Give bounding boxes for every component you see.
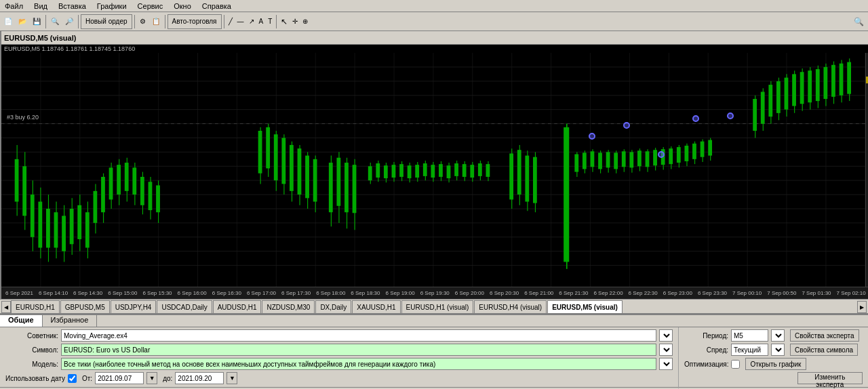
- properties-symbol-btn[interactable]: Свойства символа: [790, 344, 858, 356]
- svg-rect-71: [140, 177, 144, 205]
- arrow-btn[interactable]: ↗: [247, 14, 256, 29]
- from-date-picker[interactable]: ▼: [146, 372, 157, 384]
- tab-eurusd-h1[interactable]: EURUSD,H1: [11, 300, 60, 313]
- compile-btn[interactable]: ⚙: [137, 14, 149, 29]
- line-btn[interactable]: ╱: [226, 14, 235, 29]
- period-input[interactable]: [731, 329, 768, 342]
- spread-dropdown[interactable]: ▼: [771, 344, 785, 356]
- zoom-out-btn[interactable]: 🔎: [62, 14, 76, 29]
- svg-rect-103: [376, 163, 380, 178]
- tab-xauusd-h1[interactable]: XAUUSD,H1: [352, 300, 400, 313]
- svg-rect-59: [93, 191, 97, 223]
- expert-btn[interactable]: 📋: [149, 14, 163, 29]
- new-chart-btn[interactable]: 📄: [1, 14, 15, 29]
- hline-btn[interactable]: —: [235, 14, 246, 29]
- tab-scroll-left[interactable]: ◀: [1, 301, 11, 313]
- tab-usdjpy-h4[interactable]: USDJPY,H4: [111, 300, 157, 313]
- tab-nzdusd-m30[interactable]: NZDUSD,M30: [262, 300, 315, 313]
- bottom-tab-common[interactable]: Общие: [0, 315, 43, 327]
- period-dropdown[interactable]: ▼: [771, 329, 785, 342]
- buy-marker-label: #3 buy 6.20: [7, 114, 39, 121]
- svg-rect-49: [54, 212, 58, 247]
- sovetnik-input[interactable]: [61, 329, 656, 342]
- open-btn[interactable]: 📂: [16, 14, 29, 29]
- bottom-panel: Общие Избранное Советник: ▼ Символ: ▼ Мо…: [0, 314, 868, 387]
- tab-scroll-right[interactable]: ▶: [857, 301, 867, 313]
- to-date-picker[interactable]: ▼: [226, 372, 237, 384]
- tab-usdcad-daily[interactable]: USDCAD,Daily: [157, 300, 212, 313]
- open-chart-btn[interactable]: Открыть график: [745, 358, 806, 370]
- auto-trade-btn[interactable]: Авто-торговля: [167, 14, 222, 29]
- svg-rect-99: [353, 165, 357, 213]
- menu-view[interactable]: Вид: [32, 1, 50, 11]
- to-label: до:: [163, 375, 172, 382]
- simvol-input[interactable]: [61, 344, 656, 356]
- svg-rect-127: [470, 165, 474, 178]
- simvol-label: Символ:: [5, 346, 58, 354]
- svg-rect-155: [622, 151, 626, 167]
- svg-rect-167: [669, 148, 673, 164]
- bottom-tab-favorites[interactable]: Избранное: [43, 315, 98, 327]
- tab-eurusd-h4-visual[interactable]: EURUSD,H4 (visual): [474, 300, 547, 313]
- model-dropdown[interactable]: ▼: [659, 358, 673, 370]
- svg-rect-137: [525, 156, 529, 202]
- optim-checkbox[interactable]: [731, 360, 740, 369]
- sovetnik-label: Советник:: [5, 332, 58, 340]
- chart-title-text: EURUSD,M5 (visual): [4, 34, 868, 42]
- svg-rect-203: [847, 62, 851, 94]
- from-date-input[interactable]: [95, 372, 144, 384]
- simvol-dropdown[interactable]: ▼: [659, 344, 673, 356]
- chart-titlebar: EURUSD,M5 (visual) _ □ ✕: [1, 31, 868, 45]
- svg-rect-109: [399, 164, 403, 177]
- tab-dx-daily[interactable]: DX,Daily: [315, 300, 351, 313]
- menu-help[interactable]: Справка: [200, 1, 233, 11]
- svg-rect-161: [646, 151, 650, 167]
- tab-eurusd-h1-visual[interactable]: EURUSD,H1 (visual): [401, 300, 474, 313]
- menu-file[interactable]: Файл: [3, 1, 25, 11]
- svg-rect-193: [808, 70, 812, 102]
- crosshair-btn[interactable]: ✛: [290, 14, 300, 29]
- tab-audusd-h1[interactable]: AUDUSD,H1: [213, 300, 262, 313]
- svg-rect-141: [564, 127, 569, 262]
- svg-rect-135: [517, 150, 521, 194]
- menu-window[interactable]: Окно: [172, 1, 193, 11]
- tab-gbpusd-m5[interactable]: GBPUSD,M5: [60, 300, 110, 313]
- form-section: Советник: ▼ Символ: ▼ Модель: ▼ Использо…: [0, 327, 678, 388]
- text-btn[interactable]: A: [257, 14, 266, 29]
- menu-insert[interactable]: Вставка: [56, 1, 88, 11]
- svg-rect-55: [77, 205, 81, 239]
- svg-rect-147: [591, 151, 595, 167]
- cursor-btn[interactable]: ↖: [279, 14, 290, 29]
- new-order-btn[interactable]: Новый ордер: [81, 14, 132, 29]
- right-section: Период: ▼ Свойства эксперта Спред: ▼ Сво…: [678, 327, 868, 388]
- svg-rect-143: [574, 155, 578, 172]
- use-date-checkbox[interactable]: [68, 374, 77, 383]
- model-input[interactable]: [61, 358, 656, 370]
- svg-rect-91: [313, 159, 317, 202]
- change-expert-btn[interactable]: Изменить эксперта: [797, 372, 863, 384]
- use-date-label: Использовать дату: [5, 375, 65, 382]
- save-btn[interactable]: 💾: [30, 14, 43, 29]
- menu-charts[interactable]: Графики: [95, 1, 129, 11]
- sovetnik-dropdown[interactable]: ▼: [659, 329, 673, 342]
- chart-canvas-wrapper[interactable]: #3 buy 6.20: [1, 53, 868, 287]
- zoom-in-btn[interactable]: 🔍: [48, 14, 62, 29]
- chart-plot[interactable]: #3 buy 6.20: [1, 53, 865, 287]
- label-btn[interactable]: T: [266, 14, 274, 29]
- search-btn[interactable]: 🔍: [851, 14, 867, 29]
- candles-chart: [1, 53, 865, 287]
- svg-rect-131: [486, 164, 490, 177]
- tab-eurusd-m5-visual[interactable]: EURUSD,M5 (visual): [547, 300, 623, 313]
- svg-rect-93: [329, 163, 333, 212]
- spread-input[interactable]: [731, 344, 768, 356]
- svg-rect-63: [109, 167, 113, 199]
- svg-rect-41: [22, 166, 26, 216]
- zoom-btn[interactable]: ⊕: [300, 14, 310, 29]
- chart-info-line: EURUSD,M5 1.18746 1.18761 1.18745 1.1876…: [1, 45, 868, 53]
- svg-rect-171: [684, 146, 688, 161]
- svg-rect-195: [816, 69, 820, 101]
- time-axis: 6 Sep 2021 6 Sep 14:10 6 Sep 14:30 6 Sep…: [1, 287, 868, 299]
- to-date-input[interactable]: [175, 372, 224, 384]
- menu-service[interactable]: Сервис: [136, 1, 165, 11]
- properties-expert-btn[interactable]: Свойства эксперта: [790, 329, 859, 342]
